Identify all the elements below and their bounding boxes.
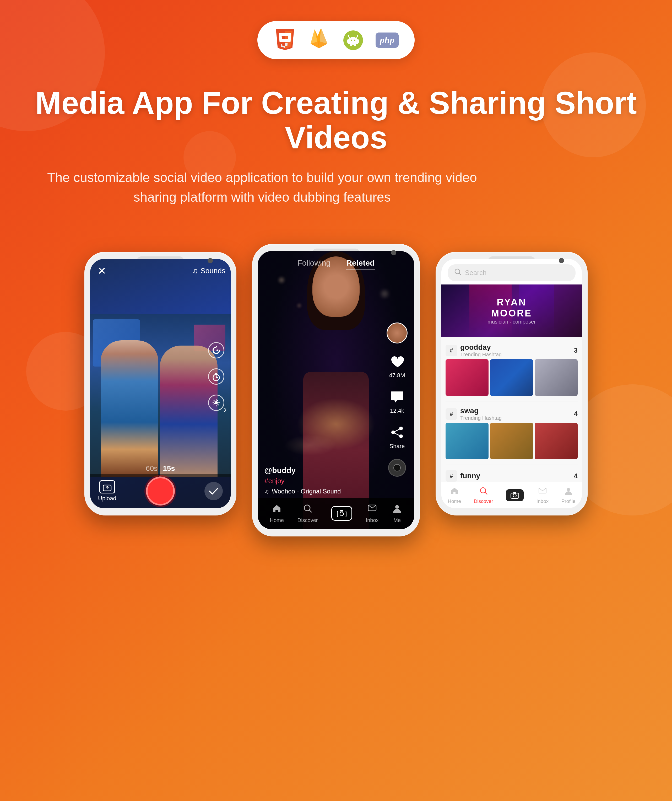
tab-releted[interactable]: Releted xyxy=(346,256,375,270)
banner-artist-subtitle: musician · composer xyxy=(476,319,547,325)
upload-icon xyxy=(99,480,115,494)
hashtag-goodday-images xyxy=(445,359,578,396)
disc-nav-profile-label: Profile xyxy=(561,499,576,504)
hashtag-funny-name[interactable]: funny xyxy=(460,472,480,480)
camera-timer-button[interactable]: 3 xyxy=(207,367,225,386)
discover-header: Search xyxy=(441,259,582,285)
svg-point-25 xyxy=(304,505,310,511)
disc-nav-home[interactable]: Home xyxy=(448,486,461,504)
disc-nav-discover[interactable]: Discover xyxy=(474,486,493,504)
discover-banner[interactable]: RYAN MOORE musician · composer xyxy=(441,285,582,337)
search-bar[interactable]: Search xyxy=(448,264,576,281)
nav-camera-center[interactable] xyxy=(331,506,352,521)
svg-line-26 xyxy=(309,510,312,512)
camera-close-button[interactable]: ✕ xyxy=(95,264,109,277)
share-icon xyxy=(388,423,406,441)
android-icon-wrapper xyxy=(341,28,365,52)
hashtag-image-2[interactable] xyxy=(490,359,533,396)
bokeh-center xyxy=(284,435,336,456)
video-creator-avatar[interactable] xyxy=(387,322,408,343)
video-bottom-nav: Home Discover xyxy=(258,498,414,529)
timer-60s[interactable]: 60s xyxy=(146,464,158,473)
nav-inbox[interactable]: Inbox xyxy=(366,503,379,523)
share-action[interactable]: Share xyxy=(388,423,406,450)
disc-nav-camera[interactable] xyxy=(506,489,524,501)
comment-action[interactable]: 12.4k xyxy=(388,388,406,414)
disc-nav-profile[interactable]: Profile xyxy=(561,486,576,504)
svg-point-7 xyxy=(354,40,355,41)
timer-icon: 3 xyxy=(208,368,224,384)
disc-home-icon xyxy=(450,486,459,497)
bokeh-2 xyxy=(297,304,301,307)
html5-icon-wrapper xyxy=(273,28,297,52)
tab-following[interactable]: Following xyxy=(297,256,331,270)
effects-icon xyxy=(208,395,224,411)
svg-rect-3 xyxy=(354,43,356,46)
php-icon-wrapper: php xyxy=(375,28,399,52)
like-action[interactable]: 47.8M xyxy=(388,353,406,379)
share-label: Share xyxy=(389,443,405,450)
video-tabs: Following Releted xyxy=(258,256,414,270)
hash-symbol-1: # xyxy=(445,345,457,356)
search-placeholder: Search xyxy=(465,269,486,277)
svg-rect-1 xyxy=(348,40,358,44)
svg-line-23 xyxy=(393,428,401,433)
discover-icon xyxy=(303,503,313,516)
timer-15s[interactable]: 15s xyxy=(163,464,175,473)
comment-icon xyxy=(388,388,406,406)
record-button[interactable] xyxy=(146,477,175,505)
video-hashtag: #enjoy xyxy=(264,477,378,485)
upload-button[interactable]: Upload xyxy=(98,480,116,502)
heart-icon xyxy=(388,353,406,370)
firebase-icon xyxy=(310,27,328,54)
hashtag-funny-info: # funny xyxy=(445,470,480,482)
hashtag-swag-name[interactable]: swag xyxy=(460,407,502,415)
video-feed-screen: Following Releted 47.8M xyxy=(258,251,414,529)
camera-timer-display: 60s 15s xyxy=(146,464,175,473)
me-icon xyxy=(392,503,402,516)
camera-effects-button[interactable] xyxy=(207,394,225,412)
svg-point-28 xyxy=(340,512,344,516)
disc-nav-home-label: Home xyxy=(448,499,461,504)
check-button[interactable] xyxy=(204,482,223,500)
discover-bottom-nav: Home Discover xyxy=(441,482,582,508)
svg-point-11 xyxy=(357,35,358,37)
hashtag-image-1[interactable] xyxy=(445,359,489,396)
hashtag-image-3[interactable] xyxy=(535,359,578,396)
android-icon xyxy=(343,31,363,50)
nav-home[interactable]: Home xyxy=(270,503,284,523)
svg-point-17 xyxy=(215,401,218,404)
nav-discover[interactable]: Discover xyxy=(297,503,318,523)
hashtag-goodday-name[interactable]: goodday xyxy=(460,343,502,352)
like-count: 47.8M xyxy=(389,372,405,379)
svg-point-31 xyxy=(395,505,399,509)
hashtag-image-4[interactable] xyxy=(445,423,489,459)
svg-rect-5 xyxy=(357,39,359,43)
tech-stack-badge: php xyxy=(257,21,415,59)
banner-artist-name: RYAN MOORE xyxy=(476,297,547,319)
disc-nav-inbox-label: Inbox xyxy=(537,499,548,504)
bg-decoration-5 xyxy=(183,131,236,183)
phone-video-feed: Following Releted 47.8M xyxy=(252,244,420,536)
video-right-actions: 47.8M 12.4k xyxy=(387,322,408,477)
svg-point-12 xyxy=(217,349,218,351)
camera-flip-button[interactable] xyxy=(207,341,225,359)
hashtag-goodday-text: goodday Trending Hashtag xyxy=(460,343,502,358)
nav-discover-label: Discover xyxy=(297,517,318,523)
camera-flip-icon xyxy=(208,342,224,359)
nav-me[interactable]: Me xyxy=(392,503,402,523)
hashtag-image-5[interactable] xyxy=(490,423,533,459)
hashtag-swag-images xyxy=(445,423,578,459)
disc-nav-inbox[interactable]: Inbox xyxy=(537,486,548,504)
hashtag-image-6[interactable] xyxy=(535,423,578,459)
hashtag-swag-text: swag Trending Hashtag xyxy=(460,407,502,421)
camera-sounds-label[interactable]: ♫ Sounds xyxy=(192,267,225,275)
nav-me-label: Me xyxy=(393,517,401,523)
html5-icon xyxy=(275,30,295,51)
divider-2 xyxy=(445,465,578,465)
svg-point-10 xyxy=(348,35,349,37)
video-sound-name: Woohoo - Orignal Sound xyxy=(272,488,341,495)
svg-point-40 xyxy=(567,488,570,491)
bg-decoration-2 xyxy=(541,52,646,157)
upload-label: Upload xyxy=(98,495,116,502)
